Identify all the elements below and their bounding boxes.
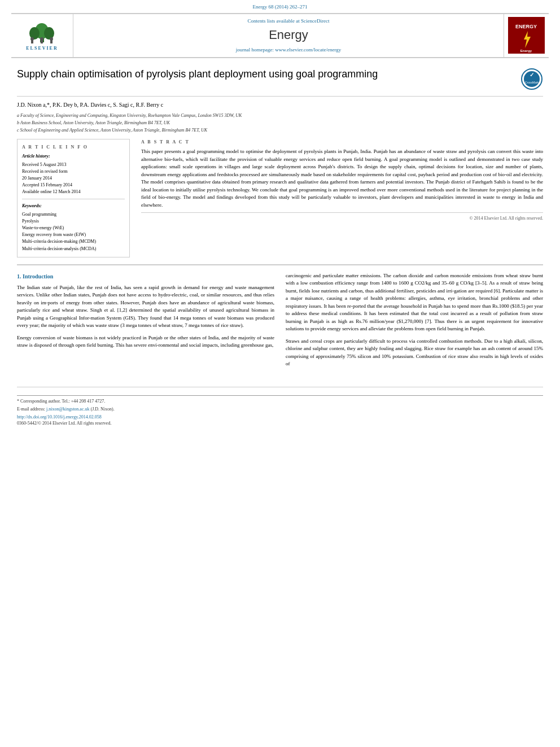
authors-section: J.D. Nixon a,*, P.K. Dey b, P.A. Davies … xyxy=(17,101,543,109)
page: Energy 68 (2014) 262–271 xyxy=(0,0,560,747)
abstract-text: This paper presents a goal programming m… xyxy=(141,148,543,209)
affiliations-section: a Faculty of Science, Engineering and Co… xyxy=(17,112,543,134)
page-footer: * Corresponding author. Tel.: +44 208 41… xyxy=(17,387,543,429)
affiliation-a: a Faculty of Science, Engineering and Co… xyxy=(17,112,543,119)
authors-text: J.D. Nixon a,*, P.K. Dey b, P.A. Davies … xyxy=(17,102,163,108)
abstract-title: A B S T R A C T xyxy=(141,139,543,145)
affiliation-c: c School of Engineering and Applied Scie… xyxy=(17,127,543,133)
svg-rect-5 xyxy=(31,40,33,43)
journal-name-section: Contents lists available at ScienceDirec… xyxy=(73,14,504,57)
email-author: (J.D. Nixon). xyxy=(90,407,114,412)
info-abstract-section: A R T I C L E I N F O Article history: R… xyxy=(17,139,543,257)
accepted-date: Accepted 15 February 2014 xyxy=(22,182,125,188)
article-content: Supply chain optimisation of pyrolysis p… xyxy=(0,59,560,381)
section-divider xyxy=(17,264,543,265)
email-address[interactable]: j.nixon@kingston.ac.uk xyxy=(46,407,89,412)
available-date: Available online 12 March 2014 xyxy=(22,189,125,195)
journal-name: Energy xyxy=(269,27,308,44)
article-info-column: A R T I C L E I N F O Article history: R… xyxy=(17,139,130,257)
svg-text:CrossMark: CrossMark xyxy=(525,81,539,84)
energy-badge: ENERGY Energy xyxy=(508,17,545,54)
elsevier-logo: ELSEVIER xyxy=(26,19,58,51)
sciencedirect-text: Contents lists available at ScienceDirec… xyxy=(248,18,330,25)
email-label: E-mail address: xyxy=(17,407,45,412)
history-label: Article history: xyxy=(22,153,125,159)
section1-para4: Straws and cereal crops are particularly… xyxy=(286,338,543,368)
article-info-box: A R T I C L E I N F O Article history: R… xyxy=(17,139,130,257)
received-revised-date: 20 January 2014 xyxy=(22,175,125,181)
email-note: E-mail address: j.nixon@kingston.ac.uk (… xyxy=(17,406,543,412)
svg-point-3 xyxy=(44,27,54,40)
journal-badge-section: ENERGY Energy xyxy=(504,14,549,57)
svg-text:ENERGY: ENERGY xyxy=(515,24,537,29)
elsevier-logo-section: ELSEVIER xyxy=(11,14,73,57)
journal-header: ELSEVIER Contents lists available at Sci… xyxy=(11,13,549,58)
svg-rect-7 xyxy=(41,40,43,43)
section1-para2: Energy conversion of waste biomass is no… xyxy=(17,334,274,350)
crossmark-icon: ✓ CrossMark xyxy=(520,68,543,90)
body-right-col: carcinogenic and particulate matter emis… xyxy=(286,272,543,373)
keywords-label: Keywords: xyxy=(22,203,125,209)
section1-para1: The Indian state of Punjab, like the res… xyxy=(17,284,274,330)
keyword-0: Goal programming xyxy=(22,211,125,217)
section1-para3: carcinogenic and particulate matter emis… xyxy=(286,272,543,333)
article-title: Supply chain optimisation of pyrolysis p… xyxy=(17,68,512,81)
article-info-title: A R T I C L E I N F O xyxy=(22,144,125,150)
citation-text: Energy 68 (2014) 262–271 xyxy=(252,4,307,10)
main-body-text: 1. Introduction The Indian state of Punj… xyxy=(17,272,543,373)
journal-homepage[interactable]: journal homepage: www.elsevier.com/locat… xyxy=(236,46,342,54)
article-history: Article history: Received 5 August 2013 … xyxy=(22,153,125,199)
title-section: Supply chain optimisation of pyrolysis p… xyxy=(17,68,543,97)
keyword-5: Multi-criteria decision-analysis (MCDA) xyxy=(22,246,125,252)
journal-citation-bar: Energy 68 (2014) 262–271 xyxy=(0,0,560,12)
copyright-text: © 2014 Elsevier Ltd. All rights reserved… xyxy=(141,212,543,221)
keyword-3: Energy recovery from waste (EfW) xyxy=(22,231,125,238)
energy-badge-icon: ENERGY Energy xyxy=(508,17,545,54)
section1-heading: 1. Introduction xyxy=(17,272,274,281)
issn-text: 0360-5442/© 2014 Elsevier Ltd. All right… xyxy=(17,420,543,426)
abstract-section: A B S T R A C T This paper presents a go… xyxy=(141,139,543,221)
keywords-section: Keywords: Goal programming Pyrolysis Was… xyxy=(22,203,125,251)
affiliation-b: b Aston Business School, Aston Universit… xyxy=(17,120,543,126)
body-left-col: 1. Introduction The Indian state of Punj… xyxy=(17,272,274,373)
svg-text:✓: ✓ xyxy=(530,72,534,78)
elsevier-wordmark: ELSEVIER xyxy=(26,45,58,51)
footnote-section: * Corresponding author. Tel.: +44 208 41… xyxy=(17,395,543,412)
svg-text:Energy: Energy xyxy=(520,49,532,53)
svg-point-2 xyxy=(29,27,40,40)
keyword-4: Multi-criteria decision-making (MCDM) xyxy=(22,238,125,244)
keyword-1: Pyrolysis xyxy=(22,218,125,224)
corresponding-author-note: * Corresponding author. Tel.: +44 208 41… xyxy=(17,398,543,404)
doi-link[interactable]: http://dx.doi.org/10.1016/j.energy.2014.… xyxy=(17,414,543,420)
svg-rect-9 xyxy=(50,40,53,43)
keyword-2: Waste-to-energy (WtE) xyxy=(22,225,125,231)
elsevier-tree-icon xyxy=(27,19,58,44)
received-revised-label: Received in revised form xyxy=(22,168,125,174)
abstract-column: A B S T R A C T This paper presents a go… xyxy=(141,139,543,257)
sciencedirect-link[interactable]: ScienceDirect xyxy=(301,18,329,24)
received-date: Received 5 August 2013 xyxy=(22,161,125,168)
